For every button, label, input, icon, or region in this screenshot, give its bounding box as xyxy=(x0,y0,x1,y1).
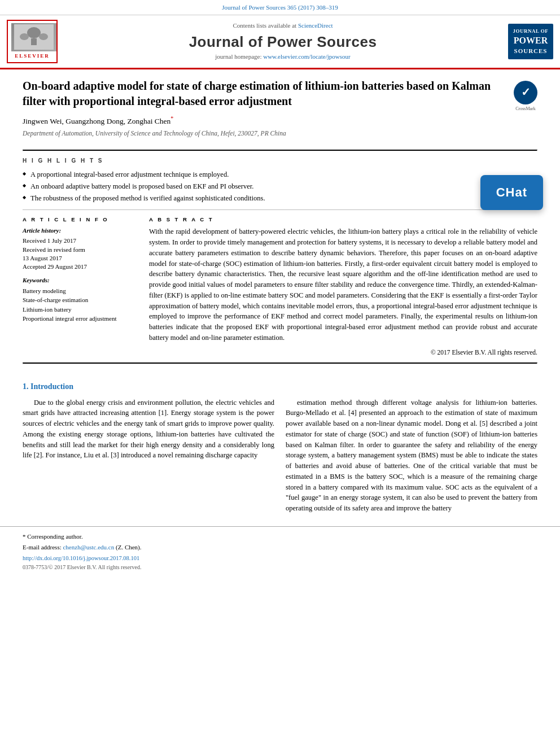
power-sources-logo-box: JOURNAL OF POWER SOURCES xyxy=(508,24,553,59)
sciencedirect-link[interactable]: ScienceDirect xyxy=(298,22,333,29)
article-info-col: A R T I C L E I N F O Article history: R… xyxy=(23,216,135,357)
section-1-title: 1. Introduction xyxy=(23,381,537,392)
highlight-item-1: A proportional integral-based error adju… xyxy=(23,169,537,180)
elsevier-text: ELSEVIER xyxy=(11,53,53,60)
highlights-list: A proportional integral-based error adju… xyxy=(23,169,537,203)
keywords-text: Battery modeling State-of-charge estimat… xyxy=(23,286,135,324)
abstract-text: With the rapid development of battery-po… xyxy=(149,226,537,343)
article-title: On-board adaptive model for state of cha… xyxy=(23,78,505,109)
issn-text: 0378-7753/© 2017 Elsevier B.V. All right… xyxy=(23,563,537,572)
abstract-col: A B S T R A C T With the rapid developme… xyxy=(149,216,537,357)
corresponding-label: * Corresponding author. xyxy=(23,532,537,541)
main-content: On-board adaptive model for state of cha… xyxy=(0,69,560,375)
email-line: E-mail address: chenzh@ustc.edu.cn (Z. C… xyxy=(23,543,537,552)
body-right-text: estimation method through different volt… xyxy=(286,397,537,514)
article-history-text: Received 1 July 2017 Received in revised… xyxy=(23,237,135,272)
abstract-heading: A B S T R A C T xyxy=(149,216,537,224)
highlight-item-2: An onboard adaptive battery model is pro… xyxy=(23,181,537,191)
keywords-label: Keywords: xyxy=(23,276,135,285)
doi-anchor[interactable]: http://dx.doi.org/10.1016/j.jpowsour.201… xyxy=(23,555,139,561)
journal-header-center: Contents lists available at ScienceDirec… xyxy=(58,21,508,62)
elsevier-logo: ELSEVIER xyxy=(7,20,58,63)
article-history-label: Article history: xyxy=(23,226,135,235)
svg-point-3 xyxy=(20,33,29,40)
abstract-divider xyxy=(23,362,537,364)
power-sources-logo: JOURNAL OF POWER SOURCES xyxy=(508,24,553,59)
journal-title: Journal of Power Sources xyxy=(58,32,508,53)
svg-point-1 xyxy=(27,27,41,38)
email-link[interactable]: chenzh@ustc.edu.cn xyxy=(63,544,114,551)
svg-point-4 xyxy=(39,33,48,40)
highlights-heading: H I G H L I G H T S xyxy=(23,157,537,165)
journal-header: ELSEVIER Contents lists available at Sci… xyxy=(0,15,560,69)
svg-rect-2 xyxy=(31,38,37,45)
highlights-section: H I G H L I G H T S A proportional integ… xyxy=(23,157,537,204)
top-bar: Journal of Power Sources 365 (2017) 308–… xyxy=(0,0,560,15)
chat-button[interactable]: CHat xyxy=(480,175,543,210)
highlight-item-3: The robustness of the proposed method is… xyxy=(23,193,537,203)
title-divider xyxy=(23,150,537,151)
article-title-text: On-board adaptive model for state of cha… xyxy=(23,78,505,138)
article-info-heading: A R T I C L E I N F O xyxy=(23,216,135,224)
article-affiliation: Department of Automation, University of … xyxy=(23,129,505,138)
info-abstract-section: A R T I C L E I N F O Article history: R… xyxy=(23,216,537,357)
doi-link: http://dx.doi.org/10.1016/j.jpowsour.201… xyxy=(23,554,537,562)
article-title-section: On-board adaptive model for state of cha… xyxy=(23,78,537,143)
body-left-text: Due to the global energy crisis and envi… xyxy=(23,397,274,461)
body-two-col: Due to the global energy crisis and envi… xyxy=(23,397,537,517)
copyright-text: © 2017 Elsevier B.V. All rights reserved… xyxy=(149,348,537,357)
homepage-note: journal homepage: www.elsevier.com/locat… xyxy=(58,53,508,62)
crossmark-icon xyxy=(514,81,537,104)
footer: * Corresponding author. E-mail address: … xyxy=(0,526,560,576)
body-left-col: Due to the global energy crisis and envi… xyxy=(23,397,274,517)
journal-citation-link[interactable]: Journal of Power Sources 365 (2017) 308–… xyxy=(222,4,338,11)
crossmark-logo: CrossMark xyxy=(514,81,537,112)
article-authors: Jingwen Wei, Guangzhong Dong, Zonghai Ch… xyxy=(23,115,505,126)
homepage-url[interactable]: www.elsevier.com/locate/jpowsour xyxy=(263,53,350,60)
sciencedirect-note: Contents lists available at ScienceDirec… xyxy=(58,21,508,30)
elsevier-image xyxy=(11,23,56,51)
highlights-divider xyxy=(23,209,537,210)
body-right-col: estimation method through different volt… xyxy=(286,397,537,517)
body-section: 1. Introduction Due to the global energy… xyxy=(0,381,560,517)
